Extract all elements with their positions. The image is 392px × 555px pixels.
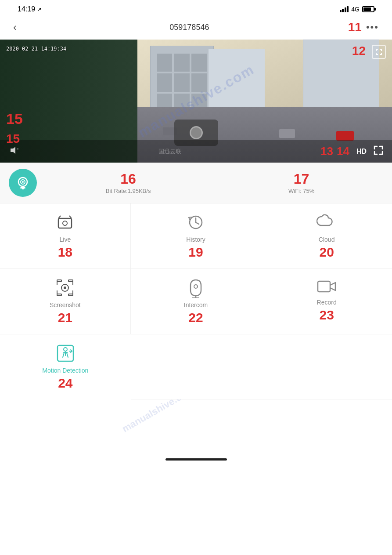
control-label-cloud: Cloud — [319, 236, 335, 243]
location-icon: ↗ — [37, 6, 42, 13]
svg-rect-7 — [381, 53, 382, 55]
control-number-screenshot: 21 — [58, 310, 72, 325]
network-label: 4G — [351, 6, 360, 13]
svg-rect-23 — [68, 294, 73, 296]
controls-grid: Live 18 History 19 Cloud 20 — [0, 203, 392, 334]
cam-brand-text: 国迅云联 — [158, 148, 181, 156]
motion-section: Motion Detection 24 — [0, 334, 392, 399]
motion-detection-number: 24 — [58, 376, 72, 391]
bottom-area: manualshive.com — [0, 399, 392, 464]
svg-point-12 — [22, 181, 24, 183]
control-label-history: History — [186, 236, 205, 243]
signal-bar-2 — [342, 9, 344, 12]
camera-number-12: 12 — [352, 44, 366, 58]
svg-point-29 — [64, 287, 66, 289]
control-screenshot[interactable]: Screenshot 21 — [0, 269, 131, 334]
motion-detection-label: Motion Detection — [42, 367, 88, 374]
svg-point-16 — [63, 221, 67, 225]
bottom-numbers: 15 国迅云联 — [158, 148, 181, 156]
info-stats: 16 Bit Rate:1.95KB/s 17 WiFi: 75% — [37, 172, 383, 194]
history-icon — [186, 212, 206, 232]
svg-point-32 — [194, 285, 198, 288]
nav-number-11: 11 — [348, 20, 362, 34]
signal-bars — [340, 6, 349, 12]
watermark-bottom-1: manualshive.com — [120, 399, 196, 435]
volume-icon — [9, 145, 19, 156]
camera-number-15-pos: 15 — [6, 110, 23, 127]
back-button[interactable]: ‹ — [13, 21, 31, 33]
battery-fill — [363, 7, 371, 11]
motion-empty-3 — [261, 334, 392, 399]
intercom-icon — [187, 278, 205, 298]
svg-rect-15 — [58, 218, 72, 228]
stat-label-wifi: WiFi: 75% — [288, 188, 314, 194]
signal-bar-3 — [345, 7, 346, 12]
signal-bar-1 — [340, 10, 342, 12]
bottom-spacer: manualshive.com — [0, 399, 392, 435]
status-time: 14:19 ↗ — [18, 5, 42, 13]
control-history[interactable]: History 19 — [131, 203, 262, 269]
camera-feed: manualshive.com 2020-02-21 14:19:34 12 — [0, 40, 392, 163]
stat-wifi: 17 WiFi: 75% — [288, 172, 314, 194]
nav-right: 11 ••• — [348, 20, 379, 34]
control-label-record: Record — [317, 299, 337, 306]
expand-button[interactable] — [374, 145, 383, 158]
home-bar — [165, 458, 227, 461]
control-number-record: 23 — [319, 308, 334, 323]
camera-icon-circle — [9, 169, 37, 197]
control-record[interactable]: Record 23 — [261, 269, 392, 334]
svg-rect-20 — [57, 280, 61, 282]
control-number-live: 18 — [58, 245, 72, 260]
svg-rect-22 — [57, 294, 61, 296]
control-motion-detection[interactable]: Motion Detection 24 — [0, 334, 131, 399]
bottom-right-controls: 13 14 HD — [320, 145, 383, 158]
home-indicator — [0, 452, 392, 464]
fullscreen-button[interactable] — [372, 45, 386, 59]
motion-empty-2 — [131, 334, 262, 399]
screenshot-icon — [55, 278, 75, 298]
volume-button[interactable] — [9, 145, 19, 158]
control-number-history: 19 — [188, 245, 203, 260]
cloud-icon — [316, 212, 337, 232]
control-intercom[interactable]: Intercom 22 — [131, 269, 262, 334]
svg-rect-13 — [20, 187, 25, 189]
car-red — [336, 131, 354, 141]
control-number-intercom: 22 — [188, 310, 203, 325]
signal-bar-4 — [347, 6, 349, 12]
svg-rect-21 — [68, 280, 73, 282]
svg-rect-14 — [22, 189, 24, 189]
camera-device-icon — [14, 174, 32, 192]
control-live[interactable]: Live 18 — [0, 203, 131, 269]
camera-number-15: 15 — [6, 132, 20, 146]
control-label-live: Live — [59, 236, 71, 243]
stat-number-16: 16 — [106, 172, 151, 186]
motion-detection-icon — [55, 343, 76, 363]
stat-label-bitrate: Bit Rate:1.95KB/s — [106, 188, 151, 194]
camera-controls-bar: 15 国迅云联 13 14 HD — [0, 140, 392, 163]
info-panel: 16 Bit Rate:1.95KB/s 17 WiFi: 75% — [0, 163, 392, 203]
expand-icon — [374, 145, 383, 155]
camera-number-14: 14 — [337, 145, 349, 158]
camera-timestamp: 2020-02-21 14:19:34 — [6, 46, 66, 52]
control-label-screenshot: Screenshot — [50, 301, 81, 308]
phone-frame: 14:19 ↗ 4G ‹ 059178546 11 ••• — [0, 0, 392, 555]
fullscreen-icon — [375, 48, 383, 56]
svg-point-35 — [64, 348, 67, 351]
hd-button[interactable]: HD — [356, 148, 367, 156]
battery-icon — [362, 6, 374, 12]
svg-rect-1 — [376, 49, 377, 51]
camera-number-13: 13 — [320, 145, 333, 158]
building-windows — [157, 54, 207, 112]
control-cloud[interactable]: Cloud 20 — [261, 203, 392, 269]
status-icons: 4G — [340, 6, 374, 13]
svg-rect-3 — [381, 49, 382, 51]
stat-number-17: 17 — [288, 172, 314, 186]
control-label-intercom: Intercom — [184, 301, 208, 308]
more-button[interactable]: ••• — [366, 22, 379, 33]
time-display: 14:19 — [18, 5, 35, 13]
nav-bar: ‹ 059178546 11 ••• — [0, 17, 392, 40]
page-title: 059178546 — [31, 23, 348, 32]
control-number-cloud: 20 — [319, 245, 334, 260]
record-icon — [316, 278, 337, 295]
cam-numbers-13-14: 13 14 — [320, 145, 349, 158]
